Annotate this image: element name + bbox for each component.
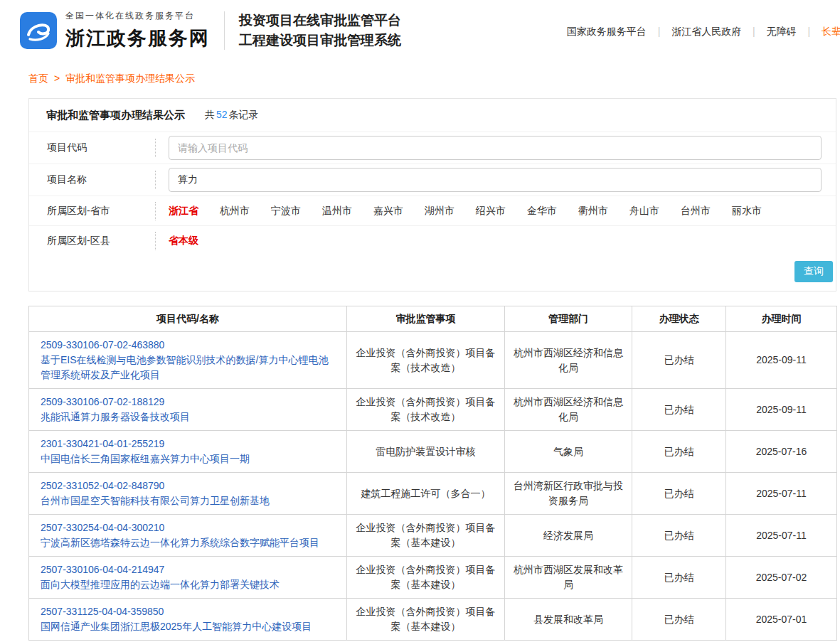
header-nav-links: 国家政务服务平台 | 浙江省人民政府 | 无障碍 | 长辈版: [567, 26, 840, 38]
filter-row-project-code: 项目代码: [29, 132, 836, 164]
status: 已办结: [632, 515, 726, 557]
table-header-row: 项目代码/名称 审批监管事项 管理部门 办理状态 办理时间: [29, 306, 837, 332]
record-count-suffix: 条记录: [229, 109, 259, 120]
filter-row-project-name: 项目名称: [29, 164, 836, 196]
approval-item: 建筑工程施工许可（多合一）: [347, 473, 505, 515]
project-code-link[interactable]: 2507-330254-04-04-300210: [41, 520, 335, 535]
filter-row-region-county: 所属区划-区县 省本级: [29, 225, 836, 255]
status: 已办结: [632, 332, 726, 389]
table-row: 2507-330106-04-04-214947 面向大模型推理应用的云边端一体…: [29, 557, 837, 599]
project-name-link[interactable]: 国网信通产业集团浙江思极2025年人工智能算力中心建设项目: [41, 619, 335, 634]
department: 经济发展局: [505, 515, 632, 557]
approval-item: 雷电防护装置设计审核: [347, 431, 505, 473]
filter-panel: 审批和监管事项办理结果公示 共52条记录 项目代码 项目名称 所属区划-省市 浙…: [28, 98, 836, 291]
city-option-ningbo[interactable]: 宁波市: [271, 205, 301, 218]
project-name-label: 项目名称: [29, 164, 156, 196]
results-table: 项目代码/名称 审批监管事项 管理部门 办理状态 办理时间 2509-33010…: [28, 306, 837, 641]
city-option-jiaxing[interactable]: 嘉兴市: [373, 205, 403, 218]
approval-item: 企业投资（含外商投资）项目备案（基本建设）: [347, 599, 505, 641]
platform-title-line1: 投资项目在线审批监管平台: [239, 11, 401, 31]
link-divider: |: [753, 26, 755, 37]
date: 2025-07-02: [726, 557, 837, 599]
table-row: 2507-331125-04-04-359850 国网信通产业集团浙江思极202…: [29, 599, 837, 641]
department: 台州湾新区行政审批与投资服务局: [505, 473, 632, 515]
city-option-wenzhou[interactable]: 温州市: [322, 205, 352, 218]
record-count-number: 52: [216, 109, 228, 120]
date: 2025-09-11: [726, 332, 837, 389]
city-option-lishui[interactable]: 丽水市: [732, 205, 762, 218]
table-row: 2509-330106-07-02-463880 基于EIS在线检测与电池参数智…: [29, 332, 837, 389]
project-name-link[interactable]: 基于EIS在线检测与电池参数智能识别技术的数据/算力中心锂电池管理系统研发及产业…: [41, 353, 335, 382]
project-code-label: 项目代码: [29, 132, 156, 164]
table-row: 2509-330106-07-02-188129 兆能讯通算力服务器设备技改项目…: [29, 389, 837, 431]
city-option-jinhua[interactable]: 金华市: [527, 205, 557, 218]
link-accessibility[interactable]: 无障碍: [767, 26, 797, 37]
city-option-list: 浙江省 杭州市 宁波市 温州市 嘉兴市 湖州市 绍兴市 金华市 衢州市 舟山市 …: [169, 205, 822, 218]
project-name-link[interactable]: 兆能讯通算力服务器设备技改项目: [41, 410, 335, 424]
department: 县发展和改革局: [505, 599, 632, 641]
city-option-zhoushan[interactable]: 舟山市: [629, 205, 659, 218]
header-divider: [224, 11, 225, 50]
column-header-code-name: 项目代码/名称: [29, 306, 347, 332]
city-option-quzhou[interactable]: 衢州市: [578, 205, 608, 218]
link-provincial-gov[interactable]: 浙江省人民政府: [671, 26, 741, 37]
link-divider: |: [807, 26, 810, 37]
date: 2025-07-11: [726, 473, 837, 515]
project-code-link[interactable]: 2509-330106-07-02-463880: [41, 338, 335, 353]
record-count-prefix: 共: [205, 109, 215, 120]
record-count: 共52条记录: [205, 109, 259, 122]
project-name-link[interactable]: 宁波高新区德塔森特云边一体化算力系统综合数字赋能平台项目: [41, 535, 335, 550]
site-header: 全国一体化在线政务服务平台 浙江政务服务网 投资项目在线审批监管平台 工程建设项…: [0, 0, 840, 65]
status: 已办结: [632, 557, 726, 599]
breadcrumb: 首页 > 审批和监管事项办理结果公示: [28, 73, 840, 87]
date: 2025-07-16: [726, 431, 837, 473]
column-header-item: 审批监管事项: [347, 306, 505, 332]
filter-row-region-city: 所属区划-省市 浙江省 杭州市 宁波市 温州市 嘉兴市 湖州市 绍兴市 金华市 …: [29, 196, 836, 225]
city-option-hangzhou[interactable]: 杭州市: [220, 205, 250, 218]
search-button[interactable]: 查询: [794, 261, 833, 282]
zhejiang-gov-logo-icon: [20, 12, 57, 49]
project-code-link[interactable]: 2507-330106-04-04-214947: [41, 562, 335, 577]
link-national-platform[interactable]: 国家政务服务平台: [567, 26, 647, 37]
project-name-input[interactable]: [169, 168, 822, 192]
city-option-taizhou[interactable]: 台州市: [681, 205, 711, 218]
breadcrumb-current[interactable]: 审批和监管事项办理结果公示: [65, 73, 195, 84]
project-code-link[interactable]: 2509-330106-07-02-188129: [41, 395, 335, 410]
project-code-input[interactable]: [169, 136, 822, 160]
project-code-link[interactable]: 2507-331125-04-04-359850: [41, 604, 335, 619]
project-name-link[interactable]: 面向大模型推理应用的云边端一体化算力部署关键技术: [41, 577, 335, 592]
county-option-provincial[interactable]: 省本级: [169, 235, 198, 247]
department: 杭州市西湖区经济和信息化局: [505, 389, 632, 431]
city-option-huzhou[interactable]: 湖州市: [425, 205, 454, 218]
project-code-link[interactable]: 2301-330421-04-01-255219: [41, 437, 335, 451]
city-option-shaoxing[interactable]: 绍兴市: [476, 205, 506, 218]
column-header-date: 办理时间: [726, 306, 837, 332]
date: 2025-07-01: [726, 599, 837, 641]
breadcrumb-separator: >: [54, 73, 60, 84]
status: 已办结: [632, 389, 726, 431]
column-header-status: 办理状态: [632, 306, 726, 332]
department: 杭州市西湖区发展和改革局: [505, 557, 632, 599]
approval-item: 企业投资（含外商投资）项目备案（技术改造）: [347, 389, 505, 431]
platform-title: 投资项目在线审批监管平台 工程建设项目审批管理系统: [239, 11, 401, 50]
approval-item: 企业投资（含外商投资）项目备案（基本建设）: [347, 557, 505, 599]
table-row: 2502-331052-04-02-848790 台州市国星空天智能科技有限公司…: [29, 473, 837, 515]
breadcrumb-home[interactable]: 首页: [28, 73, 48, 84]
project-code-link[interactable]: 2502-331052-04-02-848790: [41, 478, 335, 493]
status: 已办结: [632, 473, 726, 515]
platform-title-line2: 工程建设项目审批管理系统: [239, 31, 401, 50]
project-name-link[interactable]: 台州市国星空天智能科技有限公司算力卫星创新基地: [41, 493, 335, 508]
region-city-label: 所属区划-省市: [29, 196, 156, 225]
portal-tagline: 全国一体化在线政务服务平台: [65, 10, 210, 22]
link-elder-mode[interactable]: 长辈版: [822, 26, 840, 37]
project-name-link[interactable]: 中国电信长三角国家枢纽嘉兴算力中心项目一期: [41, 451, 335, 466]
table-row: 2507-330254-04-04-300210 宁波高新区德塔森特云边一体化算…: [29, 515, 837, 557]
city-option-zhejiang[interactable]: 浙江省: [169, 205, 198, 218]
date: 2025-09-11: [726, 389, 837, 431]
approval-item: 企业投资（含外商投资）项目备案（基本建设）: [347, 515, 505, 557]
approval-item: 企业投资（含外商投资）项目备案（技术改造）: [347, 332, 505, 389]
portal-name: 浙江政务服务网: [65, 26, 210, 51]
region-county-label: 所属区划-区县: [29, 226, 156, 255]
department: 杭州市西湖区经济和信息化局: [505, 332, 632, 389]
date: 2025-07-11: [726, 515, 837, 557]
